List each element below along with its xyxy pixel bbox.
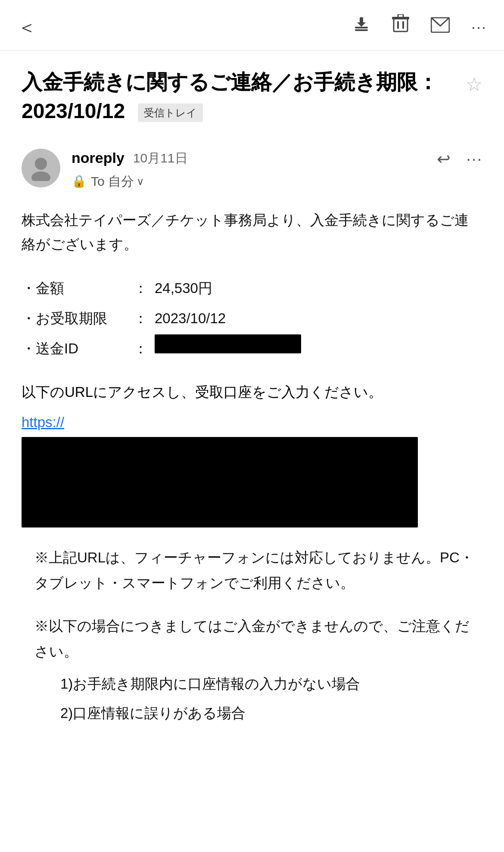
note2-item-2: 2)口座情報に誤りがある場合 (22, 700, 482, 726)
note2-block: ※以下の場合につきましてはご入金ができませんので、ご注意ください。 1)お手続き… (22, 613, 482, 726)
email-content: 入金手続きに関するご連絡／お手続き期限：2023/10/12 受信トレイ ☆ n… (0, 50, 504, 760)
deadline-colon: ： (134, 304, 148, 333)
note1-text: ※上記URLは、フィーチャーフォンには対応しておりません。PC・タブレット・スマ… (22, 545, 482, 596)
url-intro: 以下のURLにアクセスし、受取口座をご入力ください。 (22, 380, 482, 404)
subject-text: 入金手続きに関するご連絡／お手続き期限：2023/10/12 受信トレイ (22, 68, 466, 125)
amount-value: 24,530円 (155, 274, 212, 303)
info-table: ・金額 ： 24,530円 ・お受取期限 ： 2023/10/12 ・送金ID … (22, 274, 482, 363)
svg-marker-2 (357, 22, 366, 27)
svg-point-10 (35, 158, 47, 170)
to-label: To 自分 (91, 172, 134, 191)
body-intro: 株式会社テイパーズ／チケット事務局より、入金手続きに関するご連絡がございます。 (22, 208, 482, 256)
transfer-id-colon: ： (134, 334, 148, 363)
amount-colon: ： (134, 274, 148, 303)
sender-name-row: noreply 10月11日 (72, 147, 437, 169)
transfer-id-label: ・送金ID (22, 334, 134, 363)
trash-icon[interactable] (392, 14, 409, 40)
svg-rect-6 (398, 14, 403, 18)
sender-row: noreply 10月11日 🔒 To 自分 ∨ ↩ ··· (22, 147, 482, 191)
amount-row: ・金額 ： 24,530円 (22, 274, 482, 303)
chevron-down-icon: ∨ (137, 174, 144, 189)
download-icon[interactable] (352, 15, 370, 40)
url-section: 以下のURLにアクセスし、受取口座をご入力ください。 https:// (22, 380, 482, 527)
url-block: https:// (22, 410, 482, 527)
svg-rect-4 (394, 19, 408, 31)
note1-block: ※上記URLは、フィーチャーフォンには対応しておりません。PC・タブレット・スマ… (22, 545, 482, 596)
svg-rect-7 (397, 21, 399, 29)
back-button[interactable]: ＜ (17, 13, 36, 41)
svg-point-11 (31, 172, 50, 181)
url-link[interactable]: https:// (22, 414, 64, 430)
more-options-icon[interactable]: ··· (471, 16, 487, 39)
inbox-badge: 受信トレイ (138, 103, 203, 122)
svg-rect-0 (355, 27, 368, 28)
note2-intro: ※以下の場合につきましてはご入金ができませんので、ご注意ください。 (22, 613, 482, 665)
transfer-id-redacted (155, 334, 301, 353)
to-row[interactable]: 🔒 To 自分 ∨ (72, 172, 437, 191)
deadline-value: 2023/10/12 (155, 304, 226, 333)
sender-date: 10月11日 (133, 148, 188, 168)
toolbar-right: ··· (352, 14, 487, 40)
avatar (22, 149, 60, 187)
svg-rect-8 (402, 21, 404, 29)
sender-name: noreply (72, 147, 124, 169)
subject-row: 入金手続きに関するご連絡／お手続き期限：2023/10/12 受信トレイ ☆ (22, 68, 482, 125)
lock-icon: 🔒 (72, 172, 87, 190)
svg-rect-3 (355, 29, 368, 31)
sender-meta: noreply 10月11日 🔒 To 自分 ∨ ↩ ··· (72, 147, 482, 191)
subject-main: 入金手続きに関するご連絡／お手続き期限：2023/10/12 (22, 71, 438, 122)
url-redacted (22, 437, 418, 527)
sender-actions: ↩ ··· (437, 147, 482, 172)
star-icon[interactable]: ☆ (466, 70, 482, 99)
mail-icon[interactable] (431, 15, 450, 40)
sender-more-icon[interactable]: ··· (466, 147, 482, 172)
reply-icon[interactable]: ↩ (437, 147, 451, 172)
deadline-row: ・お受取期限 ： 2023/10/12 (22, 304, 482, 333)
note2-item-1: 1)お手続き期限内に口座情報の入力がない場合 (22, 671, 482, 696)
amount-label: ・金額 (22, 274, 134, 303)
deadline-label: ・お受取期限 (22, 304, 134, 333)
sender-header: noreply 10月11日 🔒 To 自分 ∨ ↩ ··· (72, 147, 482, 191)
sender-info: noreply 10月11日 🔒 To 自分 ∨ (72, 147, 437, 191)
toolbar-left: ＜ (17, 13, 36, 41)
toolbar: ＜ ··· (0, 0, 504, 50)
transfer-id-row: ・送金ID ： (22, 334, 482, 363)
